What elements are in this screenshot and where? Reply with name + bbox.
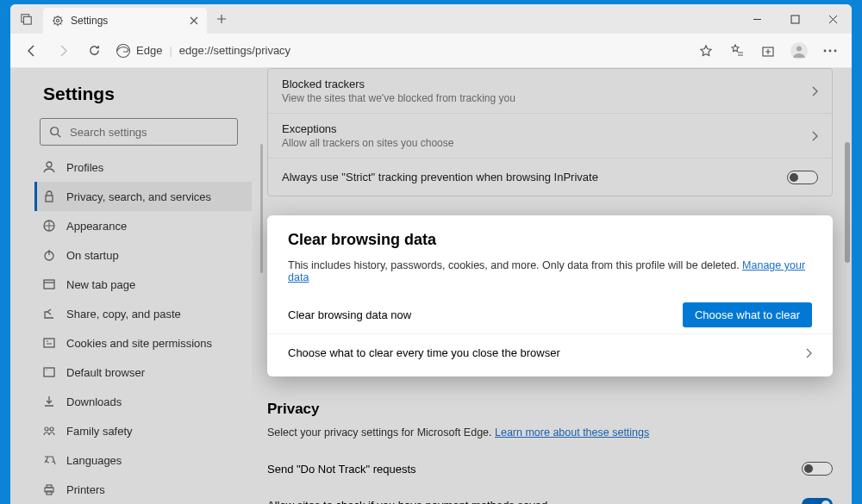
tracking-row: Always use "Strict" tracking prevention … [268,158,832,196]
clear-browsing-data-section: Clear browsing data This includes histor… [267,215,833,376]
search-icon [49,126,61,138]
collections-button[interactable] [753,37,783,65]
download-icon [42,395,56,408]
svg-point-21 [45,427,48,431]
toggle[interactable] [802,498,833,504]
maximize-button[interactable] [776,4,814,34]
browser-tab[interactable]: Settings [43,8,207,34]
profile-button[interactable] [784,37,814,65]
toolbar: Edge | edge://settings/privacy [10,34,852,68]
tab-close-button[interactable] [190,16,198,25]
browser-icon [42,365,56,379]
profile-icon [42,160,56,174]
tracking-prevention-card: Blocked trackersView the sites that we'v… [267,68,833,196]
edge-logo-icon [116,43,131,59]
svg-point-12 [51,128,59,135]
titlebar: Settings [10,4,852,34]
address-url: edge://settings/privacy [179,44,290,57]
clear-on-close-row[interactable]: Choose what to clear every time you clos… [267,333,833,371]
toggle[interactable] [802,462,833,476]
nav-item-profiles[interactable]: Profiles [34,152,252,182]
favorites-list-button[interactable] [722,37,752,65]
svg-rect-1 [24,16,32,24]
favorite-button[interactable] [691,37,721,65]
svg-rect-24 [47,485,52,488]
svg-rect-4 [791,16,799,23]
address-bar[interactable]: Edge | edge://settings/privacy [116,38,684,64]
privacy-row: Send "Do Not Track" requests [267,451,833,487]
nav-item-downloads[interactable]: Downloads [34,387,252,416]
tracking-row[interactable]: ExceptionsAllow all trackers on sites yo… [268,113,832,158]
search-settings[interactable] [40,118,238,146]
svg-rect-17 [44,280,54,289]
tracking-row[interactable]: Blocked trackersView the sites that we'v… [268,69,832,113]
main-scrollbar[interactable] [843,134,852,504]
nav-item-cookies-and-site-permissions[interactable]: Cookies and site permissions [34,328,252,358]
nav-item-new-tab-page[interactable]: New tab page [34,270,252,299]
settings-heading: Settings [43,84,252,104]
forward-button[interactable] [48,37,78,65]
svg-point-9 [824,49,827,52]
printer-icon [42,482,56,496]
back-button[interactable] [17,37,47,65]
privacy-learn-more-link[interactable]: Learn more about these settings [495,426,649,439]
cookie-icon [42,336,56,350]
nav-item-appearance[interactable]: Appearance [34,211,252,240]
clear-data-now-row: Clear browsing data now Choose what to c… [267,296,833,333]
power-icon [42,248,56,262]
svg-point-10 [829,49,832,52]
settings-main: Blocked trackersView the sites that we'v… [252,68,852,504]
clear-data-heading: Clear browsing data [288,231,812,249]
nav-item-languages[interactable]: Languages [34,445,252,475]
tab-title: Settings [71,15,108,27]
svg-point-22 [50,427,53,431]
svg-rect-25 [47,491,52,495]
nav-item-privacy-search-and-services[interactable]: Privacy, search, and services [34,182,252,211]
svg-point-8 [796,46,802,51]
clear-data-description: This includes history, passwords, cookie… [288,259,812,283]
close-window-button[interactable] [814,4,852,34]
nav-item-default-browser[interactable]: Default browser [34,358,252,387]
toggle[interactable] [787,171,818,184]
minimize-button[interactable] [738,4,776,34]
svg-point-20 [46,370,47,370]
family-icon [42,424,56,438]
choose-what-to-clear-button[interactable]: Choose what to clear [683,302,812,327]
chevron-right-icon [811,86,818,96]
privacy-row: Allow sites to check if you have payment… [267,487,833,504]
svg-point-13 [47,162,52,167]
chevron-right-icon [811,131,818,141]
share-icon [42,307,56,320]
svg-point-3 [56,19,59,22]
svg-rect-19 [44,368,54,376]
new-tab-button[interactable] [207,4,236,34]
gear-icon [52,15,64,27]
privacy-heading: Privacy [267,401,833,418]
settings-sidebar: Settings ProfilesPrivacy, search, and se… [10,68,252,504]
svg-rect-14 [46,196,53,202]
language-icon [42,453,56,467]
nav-item-share-copy-and-paste[interactable]: Share, copy, and paste [34,299,252,328]
svg-point-11 [834,49,837,52]
search-input[interactable] [70,126,228,139]
nav-item-on-startup[interactable]: On startup [34,240,252,270]
appearance-icon [42,219,56,233]
nav-item-printers[interactable]: Printers [34,475,252,504]
tab-actions-button[interactable] [10,4,43,34]
svg-rect-18 [44,339,54,347]
address-identity: Edge [136,44,162,57]
newtab-icon [42,277,56,291]
svg-point-2 [54,17,62,25]
more-button[interactable] [815,37,845,65]
lock-icon [42,190,56,203]
refresh-button[interactable] [79,37,109,65]
chevron-right-icon [805,348,812,358]
nav-item-family-safety[interactable]: Family safety [34,416,252,445]
privacy-description: Select your privacy settings for Microso… [267,426,833,439]
